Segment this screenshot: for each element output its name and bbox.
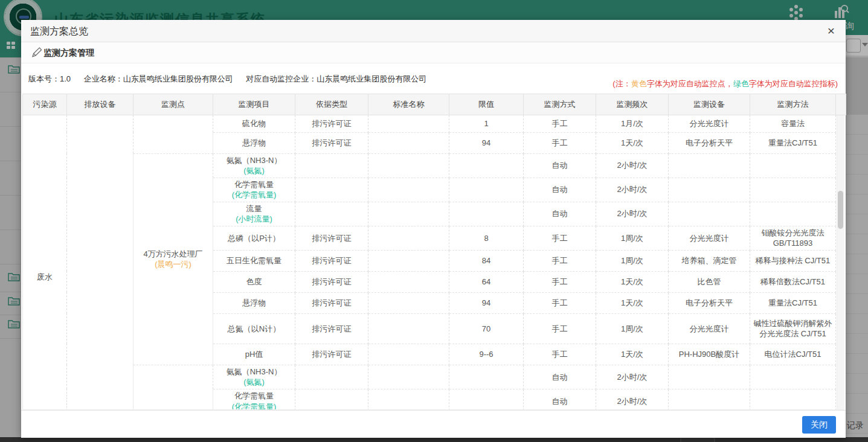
cell-basis: 排污许可证 (295, 313, 368, 344)
item-auto-alias: (小时流量) (216, 214, 292, 225)
section-title: 监测方案管理 (43, 48, 94, 59)
pen-icon (30, 46, 42, 61)
cell-mode: 自动 (524, 178, 596, 202)
cell-method (750, 202, 836, 226)
cell-item: 五日生化需氧量 (213, 250, 295, 271)
cell-limit (449, 153, 524, 178)
table-scrollbar-thumb[interactable] (838, 191, 843, 229)
cell-standard (368, 115, 449, 132)
cell-method: 电位计法CJ/T51 (750, 344, 836, 365)
version-label: 版本号： (28, 74, 60, 83)
cell-mode: 手工 (524, 250, 596, 271)
scrollbar-corner (836, 94, 846, 115)
cell-freq: 1天/次 (596, 292, 669, 313)
cell-device: 电子分析天平 (669, 292, 750, 313)
cell-freq: 2小时/次 (596, 153, 669, 178)
table-header: 污染源 排放设备 监测点 监测项目 依据类型 标准名称 限值 监测方式 监测频次… (22, 94, 846, 115)
cell-method: 稀释倍数法CJ/T51 (750, 271, 836, 292)
col-header: 监测点 (133, 94, 213, 115)
col-header: 监测频次 (596, 94, 669, 115)
table-body-viewport: 废水 硫化物 排污许可证 1 手工 1月/次 分光光度计 容量法 悬浮物 (22, 115, 844, 410)
cell-mode: 手工 (524, 132, 596, 153)
cell-item: 流量(小时流量) (213, 202, 295, 226)
cell-pollution-source: 废水 (23, 115, 67, 410)
cell-item: pH值 (213, 344, 295, 365)
cell-limit: 8 (449, 226, 524, 250)
table-row: 氨氮（NH3-N）(氨氮) 自动 2小时/次 (23, 365, 836, 389)
cell-limit: 70 (449, 313, 524, 344)
cell-standard (368, 344, 449, 365)
cell-basis: 排污许可证 (295, 271, 368, 292)
cell-standard (368, 313, 449, 344)
cell-device (669, 365, 750, 389)
cell-basis: 排污许可证 (295, 292, 368, 313)
cell-device: 分光光度计 (669, 115, 750, 132)
version-value: 1.0 (60, 74, 71, 83)
yellow-word: 黄色 (631, 79, 647, 88)
cell-mode: 手工 (524, 226, 596, 250)
auto-company-value: 山东晨鸣纸业集团股份有限公司 (317, 74, 426, 83)
col-header: 限值 (449, 94, 524, 115)
close-icon[interactable]: × (828, 24, 835, 37)
cell-basis (295, 365, 368, 389)
cell-basis (295, 178, 368, 202)
cell-item: 硫化物 (213, 115, 295, 132)
close-button[interactable]: 关闭 (802, 416, 836, 434)
cell-device: 电子分析天平 (669, 132, 750, 153)
cell-limit (449, 389, 524, 410)
cell-freq: 1周/次 (596, 250, 669, 271)
cell-device (669, 202, 750, 226)
cell-item: 化学需氧量(化学需氧量) (213, 178, 295, 202)
cell-device: 培养箱、滴定管 (669, 250, 750, 271)
col-header: 标准名称 (368, 94, 449, 115)
col-header: 排放设备 (67, 94, 133, 115)
auto-company-label: 对应自动监控企业： (246, 74, 317, 83)
cell-standard (368, 202, 449, 226)
cell-method: 稀释与接种法 CJ/T51 (750, 250, 836, 271)
cell-item: 氨氮（NH3-N）(氨氮) (213, 365, 295, 389)
item-auto-alias: (化学需氧量) (216, 190, 292, 200)
cell-freq: 1周/次 (596, 313, 669, 344)
cell-device (669, 178, 750, 202)
cell-freq: 2小时/次 (596, 389, 669, 410)
cell-standard (368, 226, 449, 250)
cell-limit: 64 (449, 271, 524, 292)
table-scrollbar-track[interactable] (837, 115, 844, 410)
cell-method (750, 178, 836, 202)
cell-mode: 自动 (524, 389, 596, 410)
cell-basis: 排污许可证 (295, 226, 368, 250)
monitor-point-alias: (晨鸣一污) (136, 259, 210, 270)
cell-method (750, 365, 836, 389)
company-value: 山东晨鸣纸业集团股份有限公司 (123, 74, 233, 83)
cell-basis (295, 389, 368, 410)
monitoring-table: 污染源 排放设备 监测点 监测项目 依据类型 标准名称 限值 监测方式 监测频次… (22, 94, 844, 410)
cell-basis: 排污许可证 (295, 115, 368, 132)
cell-item: 总氮（以N计） (213, 313, 295, 344)
cell-item: 氨氮（NH3-N）(氨氮) (213, 153, 295, 178)
cell-method: 重量法CJ/T51 (750, 292, 836, 313)
cell-mode: 手工 (524, 271, 596, 292)
cell-mode: 手工 (524, 313, 596, 344)
company-label: 企业名称： (84, 74, 123, 83)
cell-freq: 1天/次 (596, 344, 669, 365)
cell-basis (295, 153, 368, 178)
cell-mode: 自动 (524, 365, 596, 389)
cell-item: 化学需氧量(化学需氧量) (213, 389, 295, 410)
col-header: 监测方法 (750, 94, 836, 115)
cell-freq: 2小时/次 (596, 178, 669, 202)
modal-title: 监测方案总览 (30, 25, 88, 38)
cell-standard (368, 250, 449, 271)
cell-method (750, 389, 836, 410)
cell-standard (368, 365, 449, 389)
cell-monitor-point: 4万方污水处理厂 (晨鸣一污) (133, 153, 213, 365)
cell-mode: 手工 (524, 115, 596, 132)
cell-monitor-point (133, 115, 213, 153)
cell-basis: 排污许可证 (295, 132, 368, 153)
cell-device (669, 389, 750, 410)
cell-item: 悬浮物 (213, 132, 295, 153)
cell-mode: 自动 (524, 202, 596, 226)
item-auto-alias: (氨氮) (216, 377, 292, 388)
cell-mode: 自动 (524, 153, 596, 178)
item-auto-alias: (化学需氧量) (216, 402, 292, 410)
cell-item: 色度 (213, 271, 295, 292)
